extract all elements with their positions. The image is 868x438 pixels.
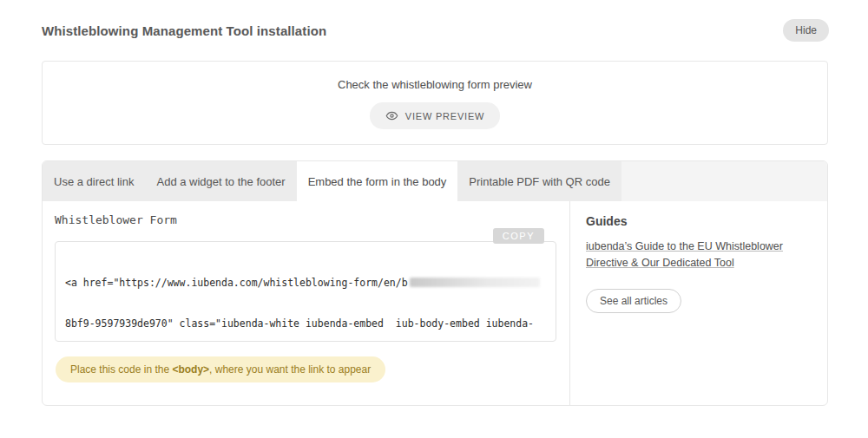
hide-button[interactable]: Hide <box>783 19 829 42</box>
guides-panel: Guides iubenda’s Guide to the EU Whistle… <box>569 201 827 406</box>
installation-card: Use a direct link Add a widget to the fo… <box>42 160 828 406</box>
embed-code-title: Whistleblower Form <box>55 213 557 226</box>
page-title: Whistleblowing Management Tool installat… <box>42 23 326 38</box>
embed-pane: Whistleblower Form COPY <a href="https:/… <box>43 201 569 406</box>
body-tag-highlight: <body> <box>172 363 209 376</box>
see-all-articles-button[interactable]: See all articles <box>586 289 681 313</box>
preview-panel: Check the whistleblowing form preview VI… <box>42 61 828 145</box>
tab-use-direct-link[interactable]: Use a direct link <box>43 161 145 201</box>
code-line: 8bf9-9597939de970" class="iubenda-white … <box>65 317 546 331</box>
tab-strip: Use a direct link Add a widget to the fo… <box>43 161 827 201</box>
preview-caption: Check the whistleblowing form preview <box>338 78 532 91</box>
eye-icon <box>385 109 398 122</box>
embed-code-box[interactable]: <a href="https://www.iubenda.com/whistle… <box>55 241 556 342</box>
tab-printable-pdf-qr[interactable]: Printable PDF with QR code <box>457 161 621 201</box>
view-preview-button[interactable]: VIEW PREVIEW <box>370 102 501 129</box>
code-line: <a href="https://www.iubenda.com/whistle… <box>65 277 546 291</box>
tab-strip-filler <box>621 161 827 201</box>
view-preview-label: VIEW PREVIEW <box>405 111 485 121</box>
tab-embed-form-body[interactable]: Embed the form in the body <box>297 161 458 201</box>
copy-button[interactable]: COPY <box>493 228 544 244</box>
tab-add-widget-footer[interactable]: Add a widget to the footer <box>145 161 296 201</box>
placement-note: Place this code in the <body>, where you… <box>56 356 385 382</box>
redacted-url-segment <box>410 278 540 287</box>
page-header: Whistleblowing Management Tool installat… <box>42 19 829 42</box>
guides-heading: Guides <box>586 214 812 228</box>
guide-article-link[interactable]: iubenda’s Guide to the EU Whistleblower … <box>586 239 799 271</box>
